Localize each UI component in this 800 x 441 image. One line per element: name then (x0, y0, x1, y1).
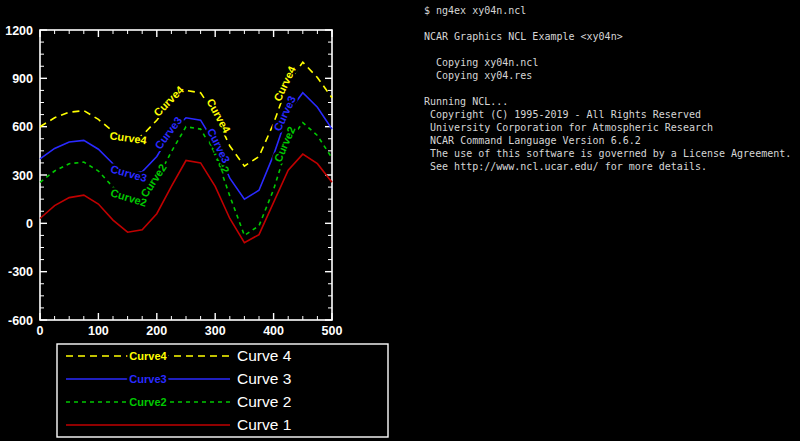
curve-inline-label: Curve4 (151, 83, 186, 119)
x-tick-label: 100 (88, 324, 109, 338)
y-tick-label: 0 (26, 217, 33, 231)
y-tick-label: -600 (8, 314, 33, 328)
x-tick-label: 300 (205, 324, 226, 338)
xy-plot-svg: 0100200300400500-600-30003006009001200Cu… (0, 0, 420, 441)
legend-label: Curve 4 (237, 347, 292, 364)
ncl-graphics-window: 0100200300400500-600-30003006009001200Cu… (0, 0, 420, 441)
x-tick-label: 400 (263, 324, 284, 338)
y-tick-label: -300 (8, 265, 33, 279)
curve-curve-1 (40, 154, 332, 243)
legend-label: Curve 3 (237, 370, 291, 387)
legend-label: Curve 2 (237, 393, 291, 410)
x-tick-label: 500 (322, 324, 343, 338)
x-tick-label: 200 (146, 324, 167, 338)
curve-inline-label: Curve3 (109, 163, 148, 184)
y-tick-label: 1200 (5, 24, 33, 38)
terminal-panel[interactable]: $ ng4ex xy04n.ncl NCAR Graphics NCL Exam… (424, 4, 798, 437)
curve-inline-label: Curve4 (271, 63, 298, 103)
legend-sample-label: Curve3 (129, 373, 166, 385)
y-tick-label: 300 (12, 169, 33, 183)
curve-inline-label: Curve4 (109, 129, 148, 146)
y-tick-label: 900 (12, 72, 33, 86)
legend-sample-label: Curve2 (129, 396, 166, 408)
legend-sample-label: Curve4 (129, 350, 167, 362)
screen: 0100200300400500-600-30003006009001200Cu… (0, 0, 800, 441)
plot-legend: Curve4Curve 4Curve3Curve 3Curve2Curve 2C… (57, 344, 388, 437)
terminal-output: $ ng4ex xy04n.ncl NCAR Graphics NCL Exam… (424, 4, 798, 173)
x-tick-label: 0 (37, 324, 44, 338)
y-tick-label: 600 (12, 120, 33, 134)
curve-inline-labels: Curve2Curve2Curve2Curve2Curve3Curve3Curv… (109, 63, 299, 208)
legend-label: Curve 1 (237, 416, 291, 433)
